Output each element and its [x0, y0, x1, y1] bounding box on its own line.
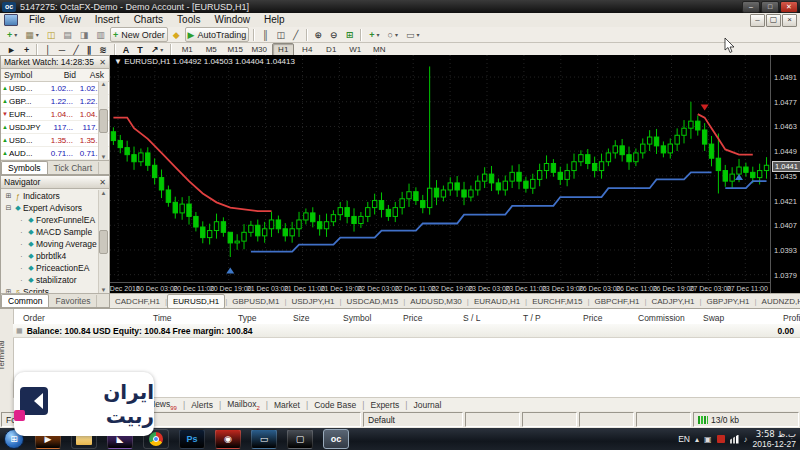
- chart-tab-cadjpy-h1[interactable]: CADJPY,H1: [646, 295, 699, 308]
- terminal-tab-market[interactable]: Market: [268, 400, 306, 410]
- data-window-button[interactable]: ▤: [60, 27, 75, 42]
- chart-tab-audnzd-h1[interactable]: AUDNZD,H1: [757, 295, 800, 308]
- menu-help[interactable]: Help: [257, 13, 292, 27]
- navigator-item-priceactionea[interactable]: ·◆PriceactionEA: [1, 262, 109, 274]
- chart-tab-eurusd-h1[interactable]: EURUSD,H1: [167, 294, 225, 309]
- collapse-icon[interactable]: ⊟: [4, 204, 13, 212]
- remote-desktop-app[interactable]: ▭: [251, 429, 277, 449]
- market-watch-row[interactable]: ▲AUD...0.71...0.71...: [1, 147, 109, 160]
- navigator-item-indicators[interactable]: ⊞ƒIndicators: [1, 190, 109, 202]
- new-order-button[interactable]: +New Order: [110, 27, 168, 42]
- menu-insert[interactable]: Insert: [88, 13, 127, 27]
- price-chart[interactable]: [110, 55, 770, 282]
- chart-window[interactable]: ▼ EURUSD,H1 1.04492 1.04503 1.04404 1.04…: [110, 55, 800, 308]
- chart-tab-eurchf-m15[interactable]: EURCHF,M15: [527, 295, 587, 308]
- navigator-item-stabilizator[interactable]: ·◆stabilizator: [1, 274, 109, 286]
- network-icon[interactable]: [730, 435, 739, 444]
- navigator-item-expert-advisors[interactable]: ⊟◆Expert Advisors: [1, 202, 109, 214]
- octafx-app[interactable]: oc: [323, 429, 349, 449]
- chart-tab-usdjpy-h1[interactable]: USDJPY,H1: [287, 295, 340, 308]
- navigator-item-macd-sample[interactable]: ·◆MACD Sample: [1, 226, 109, 238]
- zoom-in-button[interactable]: ⊕: [312, 27, 326, 42]
- status-profile-text: Default: [368, 415, 395, 425]
- child-restore-button[interactable]: ▢: [766, 14, 781, 27]
- balance-row[interactable]: ▦ Balance: 100.84 USD Equity: 100.84 Fre…: [13, 324, 800, 338]
- market-watch-button[interactable]: ◫: [44, 27, 59, 42]
- menu-charts[interactable]: Charts: [127, 13, 170, 27]
- up-arrow-icon: ▲: [1, 85, 9, 91]
- expand-icon[interactable]: ⊞: [4, 192, 13, 200]
- title-bar[interactable]: oc 5147275: OctaFX-Demo - Demo Account -…: [0, 0, 800, 13]
- chart-tab-audusd-m30[interactable]: AUDUSD,M30: [405, 295, 467, 308]
- templates-button[interactable]: ▭▾: [403, 27, 423, 42]
- zoom-out-icon: ⊖: [330, 29, 338, 41]
- market-watch-tab-symbols[interactable]: Symbols: [1, 161, 48, 174]
- display-tray-icon[interactable]: ▣: [704, 435, 712, 444]
- chart-tab-gbpjpy-h1[interactable]: GBPJPY,H1: [702, 295, 755, 308]
- periods-button[interactable]: ○▾: [384, 27, 400, 42]
- navigator-item-moving-average[interactable]: ·◆Moving Average: [1, 238, 109, 250]
- red-round-app[interactable]: ◉: [215, 429, 241, 449]
- market-watch-row[interactable]: ▼EUR...1.04...1.04...: [1, 108, 109, 121]
- bar-chart-button[interactable]: ║: [259, 27, 271, 42]
- terminal-tab-journal[interactable]: Journal: [408, 400, 448, 410]
- chart-tab-usdcad-m15[interactable]: USDCAD,M15: [342, 295, 404, 308]
- market-watch-row[interactable]: ▲USDJPY117...117...: [1, 121, 109, 134]
- market-watch-row[interactable]: ▲GBP...1.22...1.22...: [1, 95, 109, 108]
- line-chart-button[interactable]: ╱: [290, 27, 301, 42]
- navigator-scrollbar[interactable]: ▲ ▼: [98, 190, 108, 293]
- folder-window-app[interactable]: ▢: [287, 429, 313, 449]
- chart-tab-cadchf-h1[interactable]: CADCHF,H1: [110, 295, 165, 308]
- menu-file[interactable]: File: [22, 13, 52, 27]
- market-watch-tab-tick-chart[interactable]: Tick Chart: [48, 162, 99, 174]
- scroll-up-icon[interactable]: ▲: [101, 190, 107, 196]
- tray-expand-icon[interactable]: ▴: [695, 435, 699, 444]
- menu-view[interactable]: View: [52, 13, 88, 27]
- red-tray-icon[interactable]: [717, 435, 725, 443]
- child-minimize-button[interactable]: –: [750, 14, 765, 27]
- navigator-item-forexfunnelea[interactable]: ·◆ForexFunnelEA: [1, 214, 109, 226]
- terminal-tab-alerts[interactable]: Alerts: [185, 400, 219, 410]
- candlestick-chart-button[interactable]: ◫: [274, 27, 289, 42]
- scroll-up-icon[interactable]: ▲: [101, 81, 107, 87]
- language-indicator[interactable]: EN: [678, 434, 690, 444]
- balance-expander-icon[interactable]: ▦: [16, 327, 23, 335]
- menu-window[interactable]: Window: [207, 13, 257, 27]
- new-chart-button[interactable]: +▾: [4, 27, 20, 42]
- new-order-label: New Order: [121, 30, 165, 40]
- clock[interactable]: 3:58 ب.ظ 2016-12-27: [753, 429, 796, 449]
- tile-windows-button[interactable]: ⊞: [343, 27, 357, 42]
- zoom-out-button[interactable]: ⊖: [327, 27, 341, 42]
- symbol-name: USD...: [9, 84, 45, 93]
- profiles-button[interactable]: ▦▾: [22, 27, 42, 42]
- market-watch-scrollbar[interactable]: ▲ ▼: [98, 81, 108, 160]
- close-icon[interactable]: ✕: [99, 58, 106, 67]
- mouse-cursor: [724, 38, 736, 54]
- price-axis[interactable]: 1.04911.04771.04631.04491.04351.04211.04…: [770, 55, 800, 295]
- market-watch-row[interactable]: ▲USD...1.02...1.02...: [1, 82, 109, 95]
- child-close-button[interactable]: ×: [782, 14, 797, 27]
- terminal-tab-mailbox[interactable]: Mailbox2: [221, 399, 266, 411]
- maximize-button[interactable]: □: [761, 1, 779, 13]
- terminal-panel-button[interactable]: ▥: [93, 27, 108, 42]
- chart-tab-gbpchf-h1[interactable]: GBPCHF,H1: [590, 295, 645, 308]
- menu-tools[interactable]: Tools: [170, 13, 207, 27]
- autotrading-button[interactable]: ▶AutoTrading: [185, 27, 250, 42]
- terminal-tab-experts[interactable]: Experts: [364, 400, 405, 410]
- metaeditor-button[interactable]: ◆: [170, 27, 183, 42]
- terminal-tab-code-base[interactable]: Code Base: [308, 400, 362, 410]
- navigator-item-pbrbtlk4[interactable]: ·◆pbrbtlk4: [1, 250, 109, 262]
- navigator-tab-common[interactable]: Common: [1, 294, 49, 307]
- close-button[interactable]: ✕: [780, 1, 798, 13]
- navigator-tab-favorites[interactable]: Favorites: [49, 295, 97, 307]
- market-watch-row[interactable]: ▲USD...1.35...1.35...: [1, 134, 109, 147]
- navigator-button[interactable]: ◨: [77, 27, 92, 42]
- minimize-button[interactable]: –: [742, 1, 760, 13]
- close-icon[interactable]: ✕: [99, 178, 106, 187]
- chart-tab-gbpusd-m1[interactable]: GBPUSD,M1: [227, 295, 284, 308]
- volume-icon[interactable]: ♪: [744, 435, 748, 444]
- chart-tab-euraud-h1[interactable]: EURAUD,H1: [469, 295, 525, 308]
- indicators-button[interactable]: +▾: [366, 27, 382, 42]
- photoshop-app[interactable]: Ps: [179, 429, 205, 449]
- terminal-columns: OrderTimeTypeSizeSymbolPriceS / LT / PPr…: [13, 311, 800, 325]
